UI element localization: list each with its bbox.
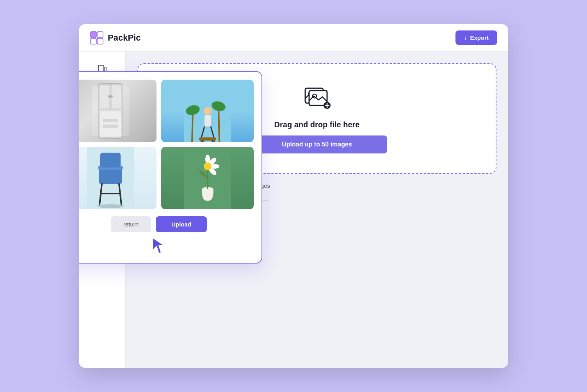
grid-image-fridge <box>79 80 157 142</box>
cursor-area <box>79 236 254 255</box>
svg-rect-23 <box>100 111 121 137</box>
grid-image-flower <box>161 147 254 209</box>
svg-rect-3 <box>97 38 103 44</box>
svg-line-31 <box>219 107 219 142</box>
svg-rect-0 <box>91 32 96 37</box>
svg-line-29 <box>192 111 193 142</box>
svg-point-56 <box>204 162 212 170</box>
return-button[interactable]: return <box>111 216 151 232</box>
svg-point-25 <box>110 95 113 98</box>
svg-rect-27 <box>103 125 118 128</box>
svg-rect-2 <box>91 38 96 44</box>
app-title: PackPic <box>108 33 141 43</box>
svg-rect-34 <box>205 115 211 127</box>
main-layout: Presets Backgr... <box>79 52 508 368</box>
svg-point-47 <box>97 204 124 208</box>
upload-button[interactable]: Upload up to 50 images <box>247 135 387 153</box>
svg-rect-22 <box>112 85 121 108</box>
floating-upload-panel: return Upload <box>79 71 262 264</box>
image-grid <box>79 80 254 209</box>
upload-button-label: Upload up to 50 images <box>282 141 352 148</box>
svg-rect-1 <box>97 32 103 37</box>
svg-rect-43 <box>100 153 121 167</box>
header: PackPic ↓ Export <box>79 24 508 52</box>
export-label: Export <box>470 34 489 41</box>
logo-icon <box>90 31 104 45</box>
svg-point-24 <box>108 95 110 98</box>
svg-rect-19 <box>99 84 122 138</box>
svg-point-33 <box>204 107 212 115</box>
drag-drop-text: Drag and drop file here <box>274 120 360 129</box>
app-window: PackPic ↓ Export Presets <box>79 24 508 368</box>
panel-upload-button[interactable]: Upload <box>156 216 207 232</box>
grid-image-chair <box>79 147 157 209</box>
logo-area: PackPic <box>90 31 141 45</box>
upload-icon <box>303 84 331 114</box>
export-icon: ↓ <box>464 34 467 41</box>
svg-rect-5 <box>105 67 106 71</box>
svg-rect-21 <box>100 85 109 108</box>
panel-buttons: return Upload <box>79 216 254 232</box>
svg-rect-26 <box>103 119 118 122</box>
content-area: Drag and drop file here Upload up to 50 … <box>126 52 508 368</box>
export-button[interactable]: ↓ Export <box>455 30 497 45</box>
cursor-icon <box>151 236 167 255</box>
grid-image-skater <box>161 80 254 142</box>
